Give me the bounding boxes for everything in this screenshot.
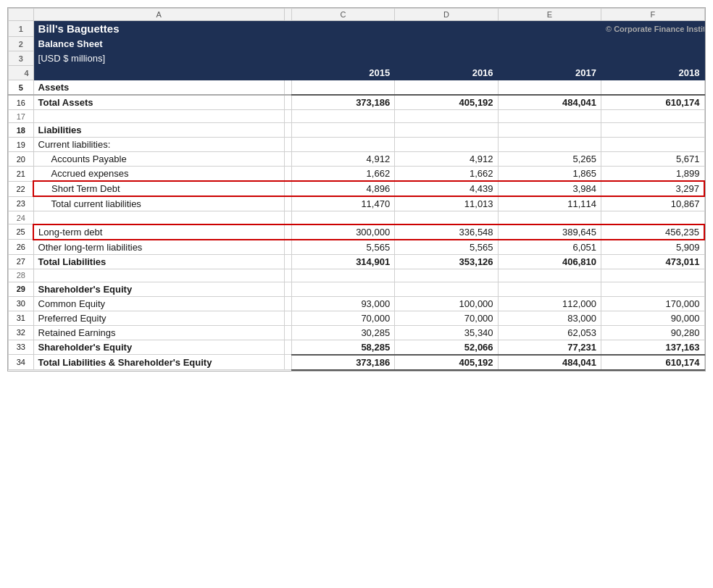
long-term-debt-2018: 456,235 [601, 224, 704, 240]
tle-2018: 610,174 [601, 355, 704, 370]
row18-f [601, 123, 704, 138]
other-lt-liabilities-label: Other long-term liabilities [33, 240, 284, 255]
long-term-debt-row: 25 Long-term debt 300,000 336,548 389,64… [9, 224, 705, 240]
long-term-debt-2017: 389,645 [498, 224, 601, 240]
row19-f [601, 138, 704, 152]
row28-colb [284, 269, 291, 282]
accounts-payable-label: Accounts Payable [33, 152, 284, 167]
liabilities-label: Liabilities [33, 123, 284, 138]
total-cl-2017: 11,114 [498, 196, 601, 211]
common-equity-row: 30 Common Equity 93,000 100,000 112,000 … [9, 296, 705, 311]
col-header-e: E [498, 9, 601, 21]
other-lt-2016: 5,565 [395, 240, 498, 255]
total-liab-2016: 353,126 [395, 254, 498, 269]
row24-e [498, 211, 601, 224]
row2-empty [291, 37, 704, 51]
row23-colb [284, 196, 291, 211]
common-equity-2015: 93,000 [291, 296, 394, 311]
total-current-liabilities-label: Total current liabilities [33, 196, 284, 211]
year-2016: 2016 [395, 66, 498, 80]
row34-colb [284, 355, 291, 370]
row-num-26: 26 [9, 240, 34, 255]
row-num-29: 29 [9, 282, 34, 296]
preferred-equity-2015: 70,000 [291, 311, 394, 325]
row-num-32: 32 [9, 325, 34, 340]
accounts-payable-2015: 4,912 [291, 152, 394, 167]
row28-a [33, 269, 284, 282]
row24-colb [284, 211, 291, 224]
row-num-20: 20 [9, 152, 34, 167]
accrued-expenses-row: 21 Accrued expenses 1,662 1,662 1,865 1,… [9, 167, 705, 182]
total-assets-2016: 405,192 [395, 95, 498, 110]
empty-row-17: 17 [9, 110, 705, 123]
long-term-debt-2015: 300,000 [291, 224, 394, 240]
assets-header-row: 5 Assets [9, 80, 705, 96]
row-num-21: 21 [9, 167, 34, 182]
row-num-5: 5 [9, 80, 34, 96]
row-num-31: 31 [9, 311, 34, 325]
accounts-payable-2017: 5,265 [498, 152, 601, 167]
other-lt-2018: 5,909 [601, 240, 704, 255]
current-liabilities-label: Current liabilities: [33, 138, 284, 152]
se-total-2018: 137,163 [601, 340, 704, 355]
total-cl-2018: 10,867 [601, 196, 704, 211]
row-num-3: 3 [9, 51, 34, 66]
row20-colb [284, 152, 291, 167]
row-num-34: 34 [9, 355, 34, 370]
row-num-2: 2 [9, 37, 34, 51]
common-equity-2017: 112,000 [498, 296, 601, 311]
total-liabilities-equity-label: Total Liabilities & Shareholder's Equity [33, 355, 284, 370]
row29-f [601, 282, 704, 296]
short-term-debt-label: Short Term Debt [33, 181, 284, 196]
accounts-payable-2016: 4,912 [395, 152, 498, 167]
shareholders-equity-header-label: Shareholder's Equity [33, 282, 284, 296]
currency-label: [USD $ millions] [33, 51, 284, 66]
total-liabilities-label: Total Liabilities [33, 254, 284, 269]
row5-f [601, 80, 704, 96]
shareholders-equity-total-row: 33 Shareholder's Equity 58,285 52,066 77… [9, 340, 705, 355]
row-num-27: 27 [9, 254, 34, 269]
row-num-19: 19 [9, 138, 34, 152]
total-assets-2017: 484,041 [498, 95, 601, 110]
current-liabilities-row: 19 Current liabilities: [9, 138, 705, 152]
row17-a [33, 110, 284, 123]
short-term-debt-2015: 4,896 [291, 181, 394, 196]
row3-colb [284, 51, 291, 66]
row24-f [601, 211, 704, 224]
total-cl-2015: 11,470 [291, 196, 394, 211]
retained-earnings-label: Retained Earnings [33, 325, 284, 340]
common-equity-2016: 100,000 [395, 296, 498, 311]
common-equity-label: Common Equity [33, 296, 284, 311]
se-total-2017: 77,231 [498, 340, 601, 355]
short-term-debt-2018: 3,297 [601, 181, 704, 196]
row-num-24: 24 [9, 211, 34, 224]
copyright-text: © Corporate Finance Institute®. All righ… [601, 21, 704, 37]
short-term-debt-row: 22 Short Term Debt 4,896 4,439 3,984 3,2… [9, 181, 705, 196]
row16-colb [284, 95, 291, 110]
row18-colb [284, 123, 291, 138]
total-liab-2015: 314,901 [291, 254, 394, 269]
year-2018: 2018 [601, 66, 704, 80]
empty-row-24: 24 [9, 211, 705, 224]
row-num-1: 1 [9, 21, 34, 37]
row30-colb [284, 296, 291, 311]
row5-colb [284, 80, 291, 96]
row27-colb [284, 254, 291, 269]
row29-d [395, 282, 498, 296]
row28-d [395, 269, 498, 282]
row17-c [291, 110, 394, 123]
row-num-16: 16 [9, 95, 34, 110]
row18-c [291, 123, 394, 138]
row25-colb [284, 224, 291, 240]
row-num-18: 18 [9, 123, 34, 138]
row3-empty [291, 51, 704, 66]
preferred-equity-2016: 70,000 [395, 311, 498, 325]
total-assets-2018: 610,174 [601, 95, 704, 110]
preferred-equity-2018: 90,000 [601, 311, 704, 325]
preferred-equity-row: 31 Preferred Equity 70,000 70,000 83,000… [9, 311, 705, 325]
column-header-row: A C D E F [9, 9, 705, 21]
tle-2015: 373,186 [291, 355, 394, 370]
row-num-33: 33 [9, 340, 34, 355]
row22-colb [284, 181, 291, 196]
sheet-type-row: 2 Balance Sheet [9, 37, 705, 51]
